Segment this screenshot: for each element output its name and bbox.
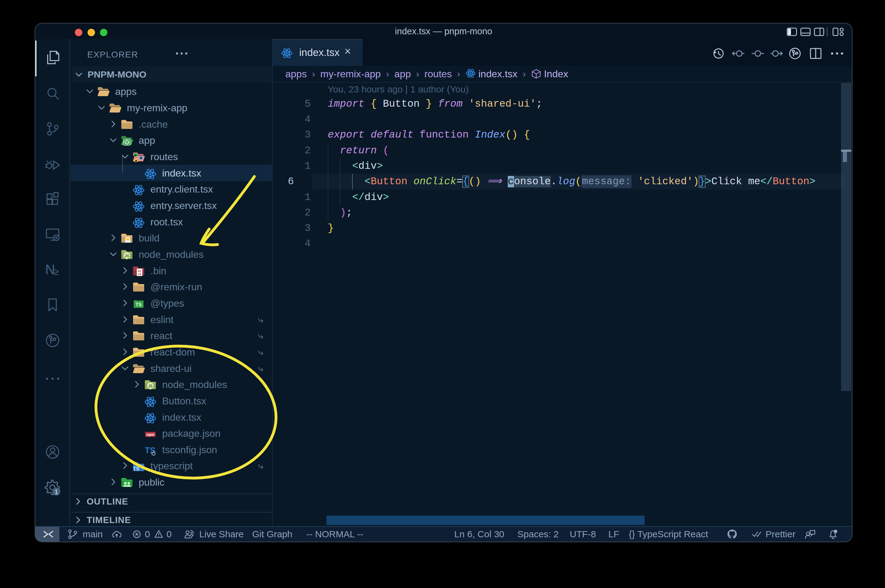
svg-text:JS: JS <box>125 254 129 258</box>
svg-text:1: 1 <box>54 488 58 495</box>
svg-text:≥: ≥ <box>54 267 59 277</box>
svg-text:01: 01 <box>138 270 141 273</box>
svg-text:TS: TS <box>133 466 140 471</box>
svg-text:TS: TS <box>135 302 142 307</box>
svg-text:TS: TS <box>145 446 156 455</box>
svg-text:N: N <box>45 262 55 277</box>
svg-text:npm: npm <box>146 432 154 437</box>
svg-text:JS: JS <box>148 384 153 388</box>
svg-text:10: 10 <box>138 273 141 276</box>
